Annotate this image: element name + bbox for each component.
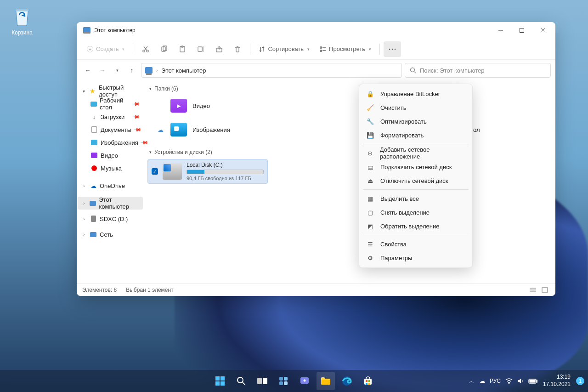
ctx-select-none[interactable]: ▢Снять выделение <box>362 205 469 219</box>
svg-rect-47 <box>366 383 368 385</box>
sidebar-this-pc[interactable]: ›Этот компьютер <box>78 197 143 210</box>
taskbar[interactable]: ︿ ☁ РУС 13:19 17.10.2021 1 <box>0 370 588 392</box>
sidebar-network[interactable]: ›Сеть <box>78 228 143 241</box>
svg-rect-42 <box>321 380 330 385</box>
close-button[interactable] <box>532 23 554 38</box>
ctx-add-network-location[interactable]: ⊕Добавить сетевое расположение <box>362 146 469 160</box>
star-icon: ★ <box>89 87 96 95</box>
task-view-button[interactable] <box>253 372 271 390</box>
battery-icon[interactable] <box>528 379 537 384</box>
disk-free-text: 90,4 ГБ свободно из 117 ГБ <box>187 176 264 181</box>
disk-name: Local Disk (C:) <box>187 162 264 168</box>
clock[interactable]: 13:19 17.10.2021 <box>543 374 571 388</box>
widgets-button[interactable] <box>274 372 293 390</box>
view-button[interactable]: Просмотреть▾ <box>315 41 376 57</box>
view-details-button[interactable] <box>528 286 538 294</box>
folder-images[interactable]: ☁Изображения <box>147 119 267 140</box>
svg-rect-35 <box>263 378 267 384</box>
ctx-properties[interactable]: ☰Свойства <box>362 237 469 251</box>
ctx-options[interactable]: ⚙Параметры <box>362 251 469 265</box>
chat-button[interactable] <box>295 372 314 390</box>
onedrive-tray-icon[interactable]: ☁ <box>480 378 485 384</box>
svg-point-41 <box>304 380 306 382</box>
context-menu: 🔒Управление BitLocker 🧹Очистить 🔧Оптимиз… <box>359 84 473 268</box>
more-button[interactable] <box>384 41 401 57</box>
wifi-icon[interactable] <box>505 378 513 384</box>
wrench-icon: 🔧 <box>367 118 374 125</box>
nav-up[interactable]: ↑ <box>125 64 138 77</box>
ctx-format[interactable]: 💾Форматировать <box>362 128 469 142</box>
svg-rect-1 <box>520 28 524 33</box>
store-button[interactable] <box>359 372 377 390</box>
minimize-button[interactable] <box>490 23 511 38</box>
svg-point-32 <box>237 377 243 383</box>
sort-button[interactable]: Сортировать▾ <box>254 41 314 57</box>
search-button[interactable] <box>232 372 250 390</box>
cloud-sync-icon: ☁ <box>158 126 165 133</box>
svg-rect-38 <box>279 381 283 385</box>
create-button[interactable]: +Создать▾ <box>82 41 129 57</box>
maximize-button[interactable] <box>511 23 532 38</box>
nav-forward[interactable]: → <box>96 64 109 77</box>
sidebar-item-documents[interactable]: Документы📌 <box>87 123 143 136</box>
navigation-row: ← → ▾ ↑ › Этот компьютер Поиск: Этот ком… <box>77 60 555 81</box>
ctx-map-drive[interactable]: 🖴Подключить сетевой диск <box>362 160 469 174</box>
volume-icon[interactable] <box>517 378 524 384</box>
breadcrumb[interactable]: Этот компьютер <box>161 67 206 74</box>
status-bar: Элементов: 8 Выбран 1 элемент <box>77 283 555 296</box>
explorer-window: Этот компьютер +Создать▾ Сортировать▾ Пр… <box>77 22 555 296</box>
language-indicator[interactable]: РУС <box>490 378 501 384</box>
download-icon: ↓ <box>90 113 98 120</box>
desktop-icon-recycle-bin[interactable]: Корзина <box>6 6 38 36</box>
svg-rect-44 <box>364 379 372 385</box>
sidebar-sdxc[interactable]: ›SDXC (D:) <box>78 212 143 225</box>
svg-rect-45 <box>366 380 368 382</box>
svg-rect-48 <box>368 383 370 385</box>
nav-back[interactable]: ← <box>81 64 94 77</box>
sidebar-item-images[interactable]: Изображения📌 <box>87 136 143 149</box>
sidebar-item-music[interactable]: Музыка <box>87 162 143 175</box>
svg-point-22 <box>411 68 415 72</box>
notification-badge[interactable]: 1 <box>576 377 584 385</box>
ctx-disconnect-drive[interactable]: ⏏Отключить сетевой диск <box>362 174 469 187</box>
ctx-cleanup[interactable]: 🧹Очистить <box>362 101 469 114</box>
tray-chevron-icon[interactable]: ︿ <box>469 378 474 385</box>
toolbar: +Создать▾ Сортировать▾ Просмотреть▾ <box>77 39 555 60</box>
edge-button[interactable] <box>338 372 356 390</box>
ctx-invert-selection[interactable]: ◩Обратить выделение <box>362 219 469 233</box>
paste-icon[interactable] <box>174 41 191 57</box>
titlebar[interactable]: Этот компьютер <box>77 22 555 39</box>
pin-icon: 📌 <box>133 125 141 134</box>
copy-icon[interactable] <box>155 41 173 57</box>
explorer-button[interactable] <box>317 372 335 390</box>
pc-icon <box>83 27 90 34</box>
cut-icon[interactable] <box>137 41 154 57</box>
devices-group-header[interactable]: ▾Устройства и диски (2) <box>147 146 552 159</box>
sidebar-item-downloads[interactable]: ↓Загрузки📌 <box>87 110 143 123</box>
share-icon[interactable] <box>210 41 228 57</box>
ctx-select-all[interactable]: ▦Выделить все <box>362 192 469 205</box>
sidebar-item-video[interactable]: Видео <box>87 149 143 162</box>
view-tiles-button[interactable] <box>540 286 550 294</box>
folder-video[interactable]: Видео <box>147 96 267 116</box>
delete-icon[interactable] <box>229 41 246 57</box>
checkbox-icon[interactable]: ✓ <box>152 168 158 175</box>
svg-point-20 <box>392 48 393 50</box>
rename-icon[interactable] <box>192 41 209 57</box>
folders-group-header[interactable]: ▾Папки (6) <box>147 83 552 96</box>
cloud-icon: ☁ <box>90 182 97 189</box>
search-input[interactable]: Поиск: Этот компьютер <box>405 63 551 78</box>
disk-usage-bar <box>187 170 264 174</box>
nav-recent[interactable]: ▾ <box>111 64 124 77</box>
recycle-bin-label: Корзина <box>11 29 33 36</box>
map-drive-icon: 🖴 <box>367 163 374 170</box>
start-button[interactable] <box>211 372 229 390</box>
video-folder-icon <box>170 99 187 113</box>
sidebar-quick-access[interactable]: ▾★Быстрый доступ <box>78 85 143 97</box>
sidebar-onedrive[interactable]: ›☁OneDrive <box>78 179 143 192</box>
address-bar[interactable]: › Этот компьютер <box>141 63 402 78</box>
ctx-bitlocker[interactable]: 🔒Управление BitLocker <box>362 87 469 101</box>
ctx-optimize[interactable]: 🔧Оптимизировать <box>362 114 469 128</box>
disk-local-c[interactable]: ✓ Local Disk (C:) 90,4 ГБ свободно из 11… <box>147 159 268 184</box>
sidebar-item-desktop[interactable]: Рабочий стол📌 <box>87 97 143 110</box>
